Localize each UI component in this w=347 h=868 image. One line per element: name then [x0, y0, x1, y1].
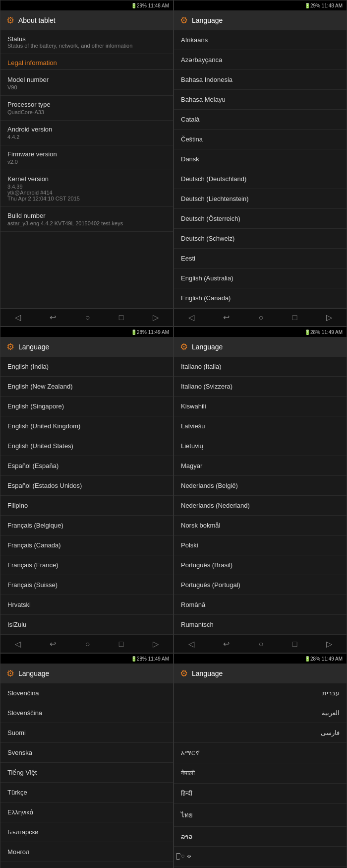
list-item[interactable]: Svenska [0, 743, 173, 763]
list-item[interactable]: ไทย [174, 804, 347, 827]
status-bar-6: 🔋 28% 11:49 AM [174, 654, 347, 664]
list-item[interactable]: Lietuvių [174, 436, 347, 456]
home-icon-4[interactable]: ○ [259, 640, 264, 649]
list-item[interactable]: Català [174, 110, 347, 130]
home-icon-2[interactable]: ○ [259, 313, 264, 322]
firmware-label: Firmware version [7, 150, 166, 158]
battery-icon-5: 🔋 [131, 656, 137, 662]
list-item[interactable]: Suomi [0, 723, 173, 743]
list-item[interactable]: Русский [0, 862, 173, 868]
back-icon-4[interactable]: ↩ [223, 639, 230, 649]
back-icon-3[interactable]: ↩ [50, 639, 56, 649]
list-item[interactable]: Português (Brasil) [174, 555, 347, 575]
volume-down-icon-3[interactable]: ◁ [15, 639, 21, 649]
list-item[interactable]: Español (España) [0, 456, 173, 476]
kernel-item: Kernel version 3.4.39ytk@Android #414Thu… [0, 170, 173, 207]
build-value: astar_y3-eng 4.4.2 KVT49L 20150402 test-… [7, 220, 166, 226]
list-item[interactable]: Nederlands (Nederland) [174, 496, 347, 516]
list-item[interactable]: English (Singapore) [0, 397, 173, 416]
list-item[interactable]: Español (Estados Unidos) [0, 476, 173, 496]
list-item[interactable]: Deutsch (Deutschland) [174, 169, 347, 189]
list-item[interactable]: Română [174, 595, 347, 615]
build-label: Build number [7, 212, 166, 219]
list-item[interactable]: Čeština [174, 130, 347, 149]
status-text-1: 29% 11:48 AM [137, 3, 169, 8]
gear-icon-2: ⚙ [180, 15, 188, 26]
list-item[interactable]: Tiếng Việt [0, 763, 173, 783]
list-item[interactable]: हिन्दी [174, 784, 347, 804]
gear-icon-3: ⚙ [6, 341, 14, 352]
list-item[interactable]: Deutsch (Schweiz) [174, 229, 347, 249]
list-item[interactable]: Italiano (Svizzera) [174, 377, 347, 397]
home-icon[interactable]: ○ [85, 313, 90, 322]
list-item[interactable]: Latviešu [174, 416, 347, 436]
list-item[interactable]: Bahasa Indonesia [174, 70, 347, 90]
volume-down-icon[interactable]: ◁ [15, 313, 21, 322]
list-item[interactable]: Монгол [0, 842, 173, 862]
list-item[interactable]: English (Australia) [174, 268, 347, 288]
volume-up-icon-4[interactable]: ▷ [326, 639, 332, 649]
status-bar-5: 🔋 28% 11:49 AM [0, 654, 173, 664]
list-item[interactable]: Dansk [174, 149, 347, 169]
back-icon[interactable]: ↩ [50, 313, 56, 322]
list-item[interactable]: Rumantsch [174, 615, 347, 635]
list-item[interactable]: English (United States) [0, 436, 173, 456]
recent-icon-2[interactable]: □ [292, 313, 297, 322]
recent-icon-4[interactable]: □ [292, 640, 297, 649]
list-item[interactable]: Afrikaans [174, 30, 347, 50]
recent-icon[interactable]: □ [119, 313, 124, 322]
list-item[interactable]: IsiZulu [0, 615, 173, 635]
list-item[interactable]: Български [0, 822, 173, 842]
volume-up-icon-2[interactable]: ▷ [326, 313, 332, 322]
divider-1 [0, 69, 173, 70]
list-item[interactable]: English (India) [0, 357, 173, 377]
list-item[interactable]: Türkçe [0, 783, 173, 802]
volume-down-icon-4[interactable]: ◁ [188, 639, 194, 649]
list-item[interactable]: ြမ [174, 847, 347, 867]
list-item[interactable]: Norsk bokmål [174, 516, 347, 535]
volume-up-icon-3[interactable]: ▷ [153, 639, 159, 649]
list-item[interactable]: Bahasa Melayu [174, 90, 347, 110]
back-icon-2[interactable]: ↩ [223, 313, 230, 322]
list-item[interactable]: Français (Canada) [0, 535, 173, 555]
list-item[interactable]: Slovenščina [0, 703, 173, 723]
list-item[interactable]: नेपाली [174, 763, 347, 784]
list-item[interactable]: English (United Kingdom) [0, 416, 173, 436]
list-item[interactable]: Deutsch (Österreich) [174, 209, 347, 229]
list-item[interactable]: English (New Zealand) [0, 377, 173, 397]
list-item[interactable]: Ελληνικά [0, 802, 173, 822]
list-item[interactable]: Slovenčina [0, 683, 173, 703]
list-item[interactable]: Deutsch (Liechtenstein) [174, 189, 347, 209]
list-item[interactable]: Polski [174, 535, 347, 555]
status-item[interactable]: Status Status of the battery, network, a… [0, 30, 173, 54]
list-item[interactable]: עברית [174, 683, 347, 703]
list-item[interactable]: ລາວ [174, 827, 347, 847]
list-item[interactable]: Italiano (Italia) [174, 357, 347, 377]
lang-title-4: Language [18, 669, 49, 677]
list-item[interactable]: فارسی [174, 723, 347, 743]
list-item[interactable]: Français (Suisse) [0, 575, 173, 595]
volume-up-icon[interactable]: ▷ [153, 313, 159, 322]
list-item[interactable]: Français (France) [0, 555, 173, 575]
list-item[interactable]: Eesti [174, 249, 347, 268]
legal-info-section[interactable]: Legal information [0, 54, 173, 68]
list-item[interactable]: English (Canada) [174, 288, 347, 308]
recent-icon-3[interactable]: □ [119, 640, 124, 649]
list-item[interactable]: አማርኛ [174, 743, 347, 763]
list-item[interactable]: العربية [174, 703, 347, 723]
status-text-6: 28% 11:49 AM [310, 656, 343, 662]
gear-icon-5: ⚙ [6, 668, 14, 679]
list-item[interactable]: Nederlands (België) [174, 476, 347, 496]
volume-down-icon-2[interactable]: ◁ [188, 313, 194, 322]
list-item[interactable]: Kiswahili [174, 397, 347, 416]
list-item[interactable]: Filipino [0, 496, 173, 516]
list-item[interactable]: Azərbayçanca [174, 50, 347, 70]
row-2: 🔋 28% 11:49 AM ⚙ Language English (India… [0, 327, 347, 653]
list-item[interactable]: Magyar [174, 456, 347, 476]
list-item[interactable]: Hrvatski [0, 595, 173, 615]
language-panel-2: 🔋 28% 11:49 AM ⚙ Language English (India… [0, 327, 174, 653]
list-item[interactable]: Français (Belgique) [0, 516, 173, 535]
home-icon-3[interactable]: ○ [85, 640, 90, 649]
list-item[interactable]: Português (Portugal) [174, 575, 347, 595]
status-bar-4: 🔋 28% 11:49 AM [174, 327, 347, 337]
